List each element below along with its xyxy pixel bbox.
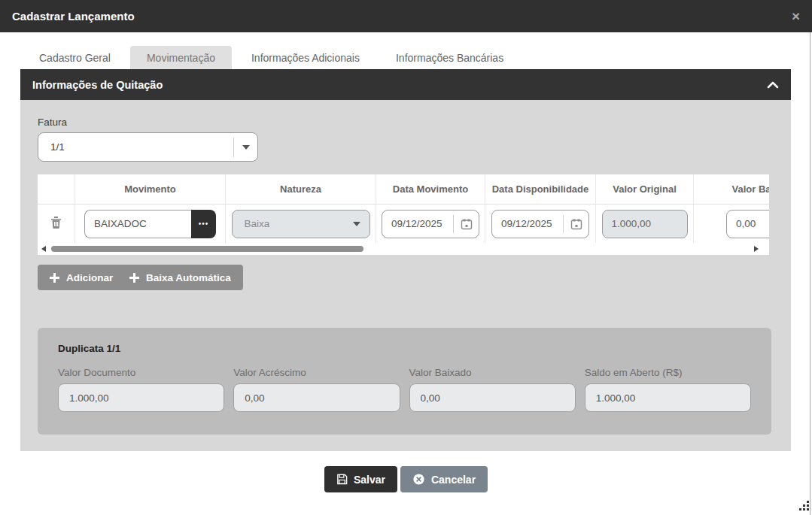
natureza-value: Baixa (245, 218, 270, 229)
close-icon[interactable]: × (792, 9, 800, 23)
baixa-automatica-label: Baixa Automática (146, 272, 231, 283)
valor-acrescimo-label: Valor Acréscimo (233, 367, 400, 378)
fatura-value: 1/1 (38, 141, 233, 153)
section-header-quitacao[interactable]: Informações de Quitação (20, 69, 791, 100)
resize-grip[interactable] (797, 498, 810, 515)
valor-acrescimo-field: Valor Acréscimo (233, 367, 400, 412)
adicionar-button[interactable]: Adicionar (38, 265, 125, 290)
plus-icon (50, 273, 59, 283)
plus-icon (129, 273, 139, 283)
tab-label: Informações Bancárias (396, 52, 503, 64)
table-header-row: Movimento Natureza Data Movimento Data D… (38, 174, 769, 204)
valor-acrescimo-input (233, 383, 400, 412)
movimento-field-group: ••• (84, 210, 216, 238)
movimento-input[interactable] (84, 210, 191, 238)
tab-label: Cadastro Geral (39, 52, 111, 64)
fatura-select[interactable]: 1/1 (38, 132, 258, 162)
tab-bar: Cadastro Geral Movimentação Informações … (0, 32, 812, 69)
adicionar-label: Adicionar (66, 272, 113, 283)
saldo-em-aberto-label: Saldo em Aberto (R$) (585, 367, 751, 378)
tab-label: Movimentação (147, 52, 215, 64)
col-valor-original: Valor Original (596, 174, 694, 204)
footer-actions: Salvar Cancelar (0, 466, 812, 492)
tab-informacoes-bancarias[interactable]: Informações Bancárias (379, 46, 520, 69)
tab-movimentacao[interactable]: Movimentação (130, 46, 232, 69)
table-row: ••• Baixa 09/12/2025 (38, 204, 769, 243)
saldo-em-aberto-input (585, 383, 751, 412)
calendar-icon[interactable] (563, 215, 588, 233)
save-icon (336, 474, 348, 485)
section-title: Informações de Quitação (32, 79, 163, 91)
calendar-icon[interactable] (453, 215, 479, 233)
valor-baixado-summary-input (409, 383, 576, 412)
tab-informacoes-adicionais[interactable]: Informações Adicionais (235, 46, 376, 69)
valor-documento-input (58, 383, 224, 412)
saldo-em-aberto-field: Saldo em Aberto (R$) (585, 367, 751, 412)
col-actions (38, 174, 75, 204)
valor-baixado-input[interactable] (726, 210, 769, 238)
col-data-disponibilidade: Data Disponibilidade (485, 174, 596, 204)
data-disponibilidade-value: 09/12/2025 (492, 218, 563, 229)
scroll-left-icon[interactable] (41, 246, 46, 252)
col-natureza: Natureza (226, 174, 376, 204)
valor-original-input (602, 210, 688, 238)
movimento-lookup-button[interactable]: ••• (191, 210, 216, 238)
data-disponibilidade-field[interactable]: 09/12/2025 (491, 210, 589, 238)
valor-documento-label: Valor Documento (58, 367, 224, 378)
cancelar-label: Cancelar (431, 474, 476, 486)
salvar-label: Salvar (354, 474, 385, 486)
scrollbar-thumb[interactable] (51, 246, 363, 252)
dialog-title: Cadastrar Lançamento (12, 10, 135, 23)
col-movimento: Movimento (75, 174, 226, 204)
dialog-right-border (810, 32, 810, 515)
col-valor-baixado: Valor Baixado (694, 174, 769, 204)
valor-baixado-label: Valor Baixado (409, 367, 576, 378)
tab-label: Informações Adicionais (251, 52, 360, 64)
natureza-select[interactable]: Baixa (232, 210, 370, 238)
cancelar-button[interactable]: Cancelar (400, 466, 488, 492)
tab-cadastro-geral[interactable]: Cadastro Geral (23, 46, 127, 69)
scroll-right-icon[interactable] (754, 246, 759, 252)
table-horizontal-scrollbar (38, 243, 769, 255)
chevron-down-icon (242, 145, 250, 150)
baixa-automatica-button[interactable]: Baixa Automática (117, 265, 243, 290)
valor-documento-field: Valor Documento (58, 367, 224, 412)
dialog-titlebar: Cadastrar Lançamento × (0, 0, 812, 32)
section-body-quitacao: Fatura 1/1 Movimento Natureza Data Movim… (20, 100, 791, 451)
movements-table: Movimento Natureza Data Movimento Data D… (38, 174, 769, 255)
col-data-movimento: Data Movimento (376, 174, 485, 204)
duplicata-panel: Duplicata 1/1 Valor Documento Valor Acré… (38, 328, 771, 435)
valor-baixado-summary-field: Valor Baixado (409, 367, 576, 412)
salvar-button[interactable]: Salvar (324, 466, 397, 492)
duplicata-title: Duplicata 1/1 (58, 343, 751, 354)
fatura-caret-box[interactable] (233, 138, 257, 157)
data-movimento-value: 09/12/2025 (382, 218, 453, 229)
data-movimento-field[interactable]: 09/12/2025 (382, 210, 479, 238)
cancel-icon (412, 473, 425, 486)
chevron-up-icon[interactable] (767, 78, 779, 92)
delete-row-icon[interactable] (50, 216, 62, 232)
chevron-down-icon (353, 222, 360, 226)
fatura-label: Fatura (38, 117, 67, 128)
